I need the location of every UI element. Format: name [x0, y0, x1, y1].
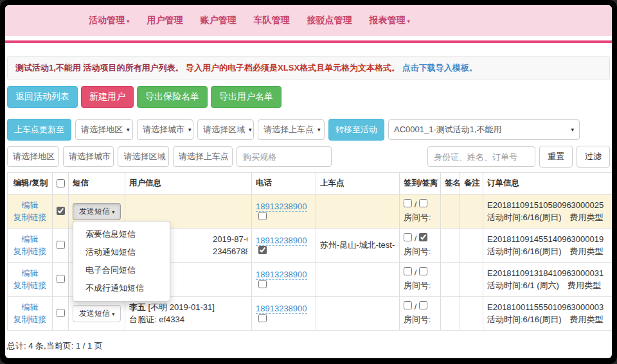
caret-down-icon: ▾: [317, 126, 321, 133]
top-navbar: 活动管理▾ 用户管理 账户管理 车队管理 接驳点管理 报表管理▾: [5, 5, 612, 36]
user-table: 编辑/复制 短信 用户信息 电话 上车点 签到/签离 签名 备注 订单信息 编辑…: [7, 172, 612, 331]
menu-item-activity-notice-sms[interactable]: 活动通知短信: [73, 243, 170, 261]
edit-link[interactable]: 编辑: [12, 199, 48, 211]
phone-checkbox[interactable]: [258, 314, 267, 322]
note-cell: [460, 195, 483, 229]
pagination-summary: 总计: 4 条,当前页: 1 / 1 页: [7, 340, 610, 352]
sign-out-checkbox[interactable]: [419, 233, 427, 241]
pickup-point-select-2[interactable]: 请选择上车点▾: [173, 146, 233, 167]
copy-link[interactable]: 复制链接: [12, 313, 48, 325]
city-select-2[interactable]: 请选择城市▾: [63, 146, 114, 167]
sign-out-checkbox[interactable]: [419, 267, 427, 275]
phone-link[interactable]: 18913238900: [256, 304, 307, 314]
sign-in-checkbox[interactable]: [404, 199, 412, 207]
filter-row-2: 请选择地区▾ 请选择城市▾ 请选择区域▾ 请选择上车点▾ 重置 过滤: [7, 146, 610, 168]
phone-checkbox[interactable]: [258, 212, 267, 220]
menu-item-cancellation-notice-sms[interactable]: 不成行通知短信: [73, 279, 170, 297]
signature-cell: [441, 263, 460, 297]
note-cell: [460, 263, 483, 297]
action-toolbar: 返回活动列表 新建用户 导出保险名单 导出用户名单: [7, 86, 610, 108]
row-checkbox[interactable]: [57, 275, 65, 283]
caret-down-icon: ▾: [112, 209, 114, 215]
transfer-to-activity-button[interactable]: 转移至活动: [328, 119, 384, 141]
pickup-point-cell: [316, 263, 400, 297]
menu-item-request-info-sms[interactable]: 索要信息短信: [73, 225, 170, 243]
region-select-1[interactable]: 请选择地区▾: [75, 119, 133, 140]
col-header-edit-copy: 编辑/复制: [8, 173, 53, 195]
purchase-spec-input[interactable]: [237, 146, 332, 167]
col-header-phone: 电话: [252, 173, 316, 195]
room-number-label: 房间号:: [404, 245, 436, 258]
nav-item-shuttle-point-management[interactable]: 接驳点管理: [307, 15, 352, 26]
export-insurance-list-button[interactable]: 导出保险名单: [137, 86, 208, 108]
nav-item-fleet-management[interactable]: 车队管理: [254, 15, 290, 26]
district-select-2[interactable]: 请选择区域▾: [118, 146, 168, 167]
col-header-sign-in-out: 签到/签离: [400, 173, 441, 195]
filter-row-1: 上车点更新至 请选择地区▾ 请选择城市▾ 请选择区域▾ 请选择上车点▾ 转移至活…: [7, 119, 610, 141]
pickup-point-cell: [316, 297, 400, 331]
copy-link[interactable]: 复制链接: [12, 279, 48, 291]
sign-in-checkbox[interactable]: [404, 233, 412, 241]
caret-down-icon: ▾: [188, 126, 192, 133]
row-checkbox[interactable]: [57, 207, 65, 215]
caret-down-icon: ▾: [127, 126, 130, 133]
sign-in-checkbox[interactable]: [404, 267, 412, 275]
phone-link[interactable]: 18913238900: [256, 236, 307, 246]
phone-link[interactable]: 18913238900: [256, 270, 307, 280]
order-info-cell: E201811091510580963000025活动时间:6/16(周日) 费…: [483, 195, 613, 229]
caret-down-icon: ▾: [571, 126, 574, 133]
pickup-point-select-1[interactable]: 请选择上车点▾: [258, 119, 325, 140]
district-select-1[interactable]: 请选择区域▾: [197, 119, 254, 140]
copy-link[interactable]: 复制链接: [12, 211, 48, 223]
signature-cell: [441, 195, 460, 229]
col-header-signature: 签名: [441, 173, 460, 195]
region-select-2[interactable]: 请选择地区▾: [7, 146, 59, 167]
send-sms-button[interactable]: 发送短信 ▾: [73, 305, 121, 322]
row-checkbox[interactable]: [57, 309, 65, 317]
sign-in-checkbox[interactable]: [404, 301, 412, 309]
col-header-select: [53, 173, 69, 195]
nav-item-report-management[interactable]: 报表管理▾: [370, 15, 411, 26]
phone-checkbox[interactable]: [258, 280, 267, 288]
send-sms-button[interactable]: 发送短信 ▾: [73, 203, 121, 220]
signature-cell: [441, 297, 460, 331]
reset-button[interactable]: 重置: [539, 146, 573, 168]
row-checkbox[interactable]: [57, 241, 65, 249]
col-header-pickup-point: 上车点: [316, 173, 400, 195]
note-cell: [460, 229, 483, 263]
filter-button[interactable]: 过滤: [577, 146, 610, 168]
sign-out-checkbox[interactable]: [419, 301, 427, 309]
table-header-row: 编辑/复制 短信 用户信息 电话 上车点 签到/签离 签名 备注 订单信息: [8, 173, 613, 195]
menu-item-e-contract-sms[interactable]: 电子合同短信: [73, 261, 170, 279]
order-info-cell: E201811091318410963000031活动时间:6/1 (周六) 费…: [483, 263, 613, 297]
select-all-checkbox[interactable]: [57, 179, 65, 187]
info-alert: 测试活动1,不能用 活动项目的所有用户列表。 导入用户的电子档必须是XLSX格式…: [7, 56, 610, 80]
search-input[interactable]: [427, 146, 535, 167]
col-header-note: 备注: [460, 173, 483, 195]
city-select-1[interactable]: 请选择城市▾: [137, 119, 193, 140]
alert-notice: 导入用户的电子档必须是XLSX格式且单元格为文本格式。: [186, 63, 400, 73]
signature-cell: [441, 229, 460, 263]
nav-item-user-management[interactable]: 用户管理: [147, 15, 183, 26]
sign-in-out-cell: / 房间号:: [400, 297, 441, 331]
nav-item-account-management[interactable]: 账户管理: [201, 15, 237, 26]
copy-link[interactable]: 复制链接: [12, 245, 48, 257]
new-user-button[interactable]: 新建用户: [81, 86, 134, 108]
room-number-label: 房间号:: [404, 279, 436, 292]
edit-link[interactable]: 编辑: [12, 233, 48, 245]
edit-link[interactable]: 编辑: [12, 301, 48, 313]
phone-link[interactable]: 18913238900: [256, 202, 307, 212]
back-to-activity-list-button[interactable]: 返回活动列表: [7, 86, 78, 108]
export-user-list-button[interactable]: 导出用户名单: [211, 86, 282, 108]
sign-out-checkbox[interactable]: [419, 199, 427, 207]
table-row: 编辑复制链接 发送短信 ▾ 索要信息短信 活动通知短信 电子合同短信 不成行通知…: [8, 195, 613, 229]
download-template-link[interactable]: 点击下载导入模板。: [402, 63, 478, 73]
caret-down-icon: ▾: [58, 153, 59, 160]
nav-item-activity-management[interactable]: 活动管理▾: [89, 15, 130, 26]
update-pickup-point-button[interactable]: 上车点更新至: [7, 119, 71, 141]
caret-down-icon: ▾: [127, 18, 130, 24]
edit-link[interactable]: 编辑: [12, 267, 48, 279]
activity-select[interactable]: AC0001_1-测试活动1,不能用▾: [388, 119, 580, 140]
phone-checkbox[interactable]: [258, 246, 267, 254]
order-info-cell: E201810011555010963000003活动时间:6/16(周日) 费…: [483, 297, 613, 331]
